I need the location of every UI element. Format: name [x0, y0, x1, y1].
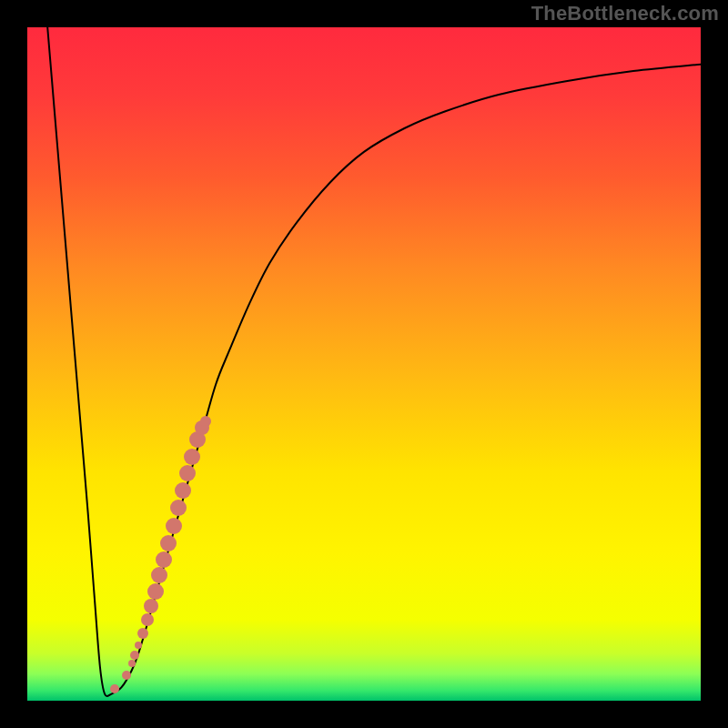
data-marker [170, 500, 187, 516]
plot-area [27, 27, 701, 701]
data-marker [144, 599, 158, 613]
data-marker [110, 684, 119, 693]
data-marker [166, 518, 182, 534]
data-marker [160, 535, 177, 551]
data-marker [175, 482, 191, 499]
data-marker [122, 671, 131, 680]
data-marker [200, 416, 211, 427]
data-marker [137, 628, 148, 639]
data-marker [128, 660, 136, 667]
data-marker [179, 465, 196, 481]
markers-layer [27, 27, 701, 701]
data-marker [156, 551, 172, 568]
data-marker [184, 449, 200, 465]
data-marker [135, 642, 142, 649]
data-marker [151, 567, 167, 583]
data-marker [141, 613, 154, 626]
chart-stage: TheBottleneck.com [0, 0, 728, 728]
data-marker [147, 583, 164, 600]
attribution-text: TheBottleneck.com [531, 2, 719, 25]
data-marker [130, 651, 139, 660]
